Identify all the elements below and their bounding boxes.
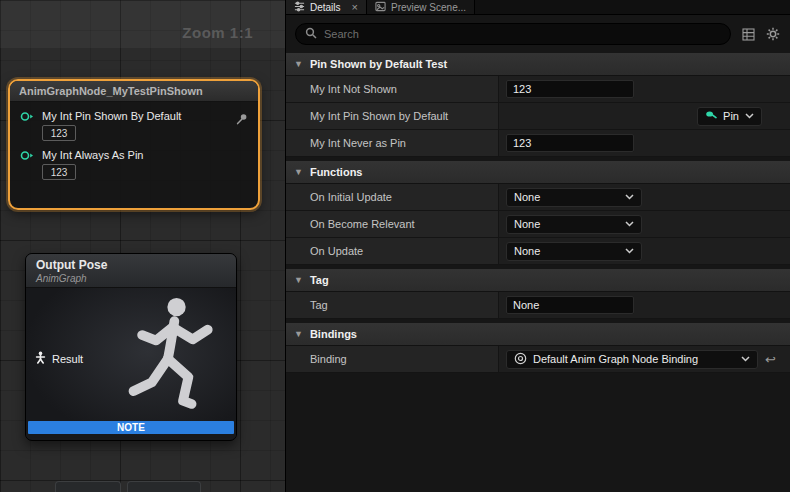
pin-row: My Int Always As Pin 123 — [10, 149, 258, 180]
on-initial-update-dropdown[interactable]: None — [506, 188, 642, 207]
chevron-down-icon: ▼ — [294, 167, 303, 177]
display-filter-grid-icon[interactable] — [740, 26, 756, 42]
property-row: On Become Relevant None — [286, 211, 790, 238]
partial-node-header[interactable] — [55, 481, 121, 492]
pin-visibility-dropdown[interactable]: Pin — [697, 107, 762, 126]
reset-to-default-icon[interactable]: ↩ — [765, 353, 776, 366]
node-title-bar[interactable]: Output Pose AnimGraph — [26, 254, 236, 288]
anim-graph-canvas[interactable]: Zoom 1:1 AnimGraphNode_MyTestPinShown My… — [0, 0, 285, 492]
section-title: Functions — [310, 166, 363, 178]
close-tab-icon[interactable]: × — [352, 2, 358, 13]
section-header[interactable]: ▼ Functions — [286, 161, 790, 184]
binding-icon — [514, 352, 527, 367]
search-box[interactable] — [295, 23, 731, 45]
chevron-down-icon — [625, 221, 634, 227]
property-row: On Initial Update None — [286, 184, 790, 211]
partial-node-header[interactable] — [127, 481, 201, 492]
search-input[interactable] — [324, 28, 721, 40]
pin-value-input[interactable]: 123 — [42, 125, 76, 141]
property-label: My Int Not Shown — [286, 76, 498, 102]
pin-label: My Int Pin Shown By Default — [42, 110, 181, 122]
property-row: Tag — [286, 292, 790, 319]
chevron-down-icon: ▼ — [294, 275, 303, 285]
section-header[interactable]: ▼ Bindings — [286, 323, 790, 346]
pin-row: My Int Pin Shown By Default 123 — [10, 110, 258, 141]
section-pin-shown-by-default-test: ▼ Pin Shown by Default Test My Int Not S… — [286, 53, 790, 157]
property-label: Tag — [286, 292, 498, 318]
property-list: ▼ Pin Shown by Default Test My Int Not S… — [286, 53, 790, 492]
section-title: Pin Shown by Default Test — [310, 58, 447, 70]
binding-dropdown[interactable]: Default Anim Graph Node Binding — [506, 350, 758, 369]
section-functions: ▼ Functions On Initial Update None — [286, 161, 790, 265]
pin-label: My Int Always As Pin — [42, 149, 143, 161]
node-output-pose[interactable]: Output Pose AnimGraph — [25, 253, 237, 441]
node-title: Output Pose — [36, 258, 226, 272]
result-pin-label: Result — [52, 353, 83, 365]
chevron-down-icon — [745, 113, 754, 119]
tab-label: Details — [310, 2, 341, 13]
dropdown-value: Pin — [723, 110, 739, 122]
property-row: My Int Not Shown — [286, 76, 790, 103]
property-row: On Update None — [286, 238, 790, 265]
search-row — [286, 15, 790, 53]
note-badge[interactable]: NOTE — [28, 421, 234, 434]
property-row: Binding Default Anim Graph Node Binding — [286, 346, 790, 373]
chevron-down-icon — [625, 194, 634, 200]
tab-details[interactable]: Details × — [286, 0, 367, 14]
property-row: My Int Pin Shown by Default Pin — [286, 103, 790, 130]
dropdown-value: None — [514, 218, 619, 230]
node-subtitle: AnimGraph — [36, 273, 226, 284]
pushpin-icon[interactable] — [236, 111, 248, 129]
my-int-never-as-pin-input[interactable] — [506, 134, 634, 152]
property-label: Binding — [286, 346, 498, 372]
section-title: Bindings — [310, 328, 357, 340]
chevron-down-icon: ▼ — [294, 59, 303, 69]
property-label: On Update — [286, 238, 498, 264]
tag-input[interactable] — [506, 296, 634, 314]
on-update-dropdown[interactable]: None — [506, 242, 642, 261]
zoom-level-label: Zoom 1:1 — [182, 24, 253, 41]
tab-preview-scene[interactable]: Preview Scene... — [367, 0, 475, 14]
dropdown-value: Default Anim Graph Node Binding — [533, 353, 735, 365]
node-title-bar[interactable]: AnimGraphNode_MyTestPinShown — [10, 81, 258, 102]
section-header[interactable]: ▼ Tag — [286, 269, 790, 292]
property-label: My Int Never as Pin — [286, 130, 498, 156]
int-pin-icon[interactable] — [20, 150, 34, 161]
property-label: My Int Pin Shown by Default — [286, 103, 498, 129]
section-bindings: ▼ Bindings Binding Default Anim Graph No… — [286, 323, 790, 373]
property-label: On Initial Update — [286, 184, 498, 210]
result-pin[interactable]: Result — [35, 350, 83, 368]
tab-label: Preview Scene... — [391, 2, 466, 13]
node-animgraphnode-mytestpinshown[interactable]: AnimGraphNode_MyTestPinShown My Int Pin … — [8, 79, 260, 210]
pose-person-icon — [35, 350, 46, 368]
panel-tab-bar: Details × Preview Scene... — [286, 0, 790, 15]
int-pin-icon[interactable] — [20, 111, 34, 122]
section-tag: ▼ Tag Tag — [286, 269, 790, 319]
chevron-down-icon — [625, 248, 634, 254]
my-int-not-shown-input[interactable] — [506, 80, 634, 98]
section-title: Tag — [310, 274, 329, 286]
dropdown-value: None — [514, 191, 619, 203]
dropdown-value: None — [514, 245, 619, 257]
details-icon — [294, 1, 305, 14]
pin-icon — [705, 109, 717, 123]
property-label: On Become Relevant — [286, 211, 498, 237]
details-panel: Details × Preview Scene... — [285, 0, 790, 492]
on-become-relevant-dropdown[interactable]: None — [506, 215, 642, 234]
chevron-down-icon — [741, 356, 750, 362]
pin-value-input[interactable]: 123 — [42, 164, 76, 180]
preview-scene-icon — [375, 1, 386, 14]
chevron-down-icon: ▼ — [294, 329, 303, 339]
settings-gear-icon[interactable] — [765, 26, 781, 42]
unreal-editor-window: Zoom 1:1 AnimGraphNode_MyTestPinShown My… — [0, 0, 790, 492]
section-header[interactable]: ▼ Pin Shown by Default Test — [286, 53, 790, 76]
pose-preview: Result NOTE — [26, 288, 236, 438]
property-row: My Int Never as Pin — [286, 130, 790, 157]
search-icon — [305, 25, 317, 43]
mannequin-preview-image — [110, 292, 228, 436]
